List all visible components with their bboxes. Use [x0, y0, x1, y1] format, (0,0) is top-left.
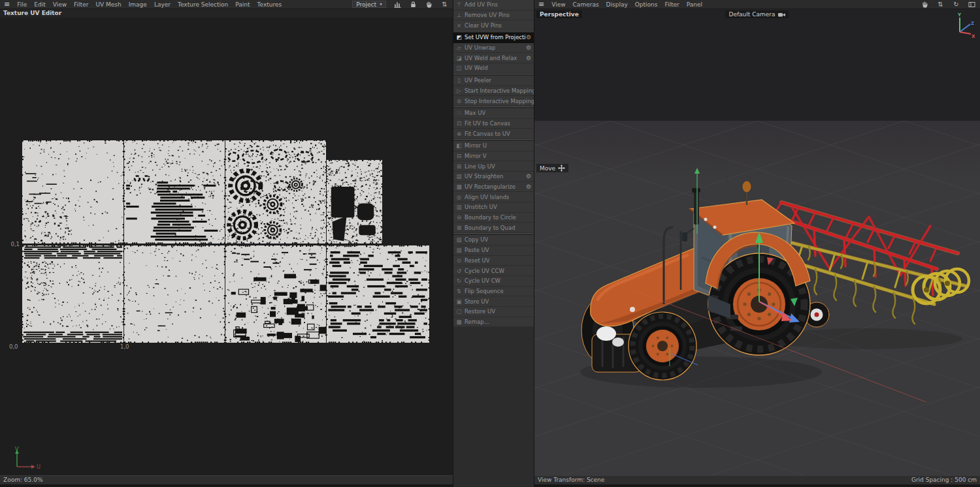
panel-title-tab[interactable]: Texture UV Editor	[0, 9, 453, 18]
uv-menu-item-stop-interactive-mapping[interactable]: ⊘Stop Interactive Mapping	[453, 96, 534, 106]
uv-menu-item-mirror-v[interactable]: ⊟Mirror V	[453, 151, 534, 162]
uv-menu-item-uv-straighten[interactable]: ▤UV Straighten⚙	[453, 172, 534, 182]
menu-texture-selection[interactable]: Texture Selection	[178, 1, 228, 8]
project-dropdown-label: Project	[356, 1, 376, 8]
updown-arrows-icon[interactable]: ⇅	[440, 1, 449, 8]
uv-menu-item-boundary-to-quad[interactable]: ⊠Boundary to Quad	[453, 223, 534, 233]
boundary-quad-icon: ⊠	[453, 225, 465, 231]
uv-menu-item-restore-uv[interactable]: ▢Restore UV	[453, 307, 534, 317]
uv-menu-item-add-uv-pins[interactable]: ⊤Add UV Pins	[453, 0, 534, 10]
perspective-viewport[interactable]: Perspective Default Camera Move Y Z X	[534, 9, 980, 475]
menu-file[interactable]: File	[17, 1, 27, 8]
uv-menu-item-uv-rectangularize[interactable]: ▦UV Rectangularize⚙	[453, 182, 534, 193]
uv-menu-item-align-uv-islands[interactable]: ◎Align UV Islands	[453, 192, 534, 202]
viewport-menu-panel[interactable]: Panel	[687, 1, 702, 8]
store-icon: ▣	[453, 298, 465, 305]
uv-menu-item-mirror-u[interactable]: ◧Mirror U	[453, 141, 534, 151]
gear-icon[interactable]: ⚙	[526, 183, 534, 190]
uv-menu-item-fit-uv-to-canvas[interactable]: ⊡Fit UV to Canvas	[453, 119, 534, 129]
menu-image[interactable]: Image	[129, 1, 147, 8]
uv-command-list: ⊤Add UV Pins⊥Remove UV Pins×Clear UV Pin…	[453, 0, 534, 327]
uv-menu-item-boundary-to-circle[interactable]: ⊖Boundary to Circle	[453, 213, 534, 223]
uv-menu-item-set-uvw-from-projection[interactable]: ◩Set UVW from Projection⚙	[453, 33, 534, 43]
uv-menu-item-unstitch-uv[interactable]: ▥Unstitch UV	[453, 202, 534, 213]
uv-menu-item-uv-weld-and-relax[interactable]: ◪UV Weld and Relax⚙	[453, 53, 534, 63]
rectangularize-icon: ▦	[453, 183, 465, 190]
uv-menu-item-uv-unwrap[interactable]: ▱UV Unwrap⚙	[453, 43, 534, 54]
axis-gizmo[interactable]: Y Z X	[953, 12, 976, 40]
uv-menu-item-line-up-uv[interactable]: ⊞Line Up UV	[453, 161, 534, 172]
uv-menu-item-label: Add UV Pins	[465, 1, 498, 8]
gear-icon[interactable]: ⚙	[526, 34, 534, 40]
hand-pan-icon[interactable]	[921, 1, 929, 8]
hamburger-menu-icon[interactable]: ≡	[538, 1, 544, 8]
menu-edit[interactable]: Edit	[34, 1, 45, 8]
view-mode-text: Perspective	[540, 11, 579, 18]
uv-menu-item-label: Remove UV Pins	[465, 12, 510, 18]
uv-menu-item-reset-uv[interactable]: ⊙Reset UV	[453, 256, 534, 266]
align-islands-icon: ◎	[453, 194, 465, 200]
view-transform-status: View Transform: Scene	[538, 477, 604, 483]
menu-paint[interactable]: Paint	[235, 1, 250, 8]
viewport-menu-view[interactable]: View	[551, 1, 565, 8]
uv-menu-item-start-interactive-mapping[interactable]: ▷Start Interactive Mapping	[453, 86, 534, 97]
menu-textures[interactable]: Textures	[257, 1, 282, 8]
copy-icon: ▧	[453, 236, 465, 243]
menu-uv-mesh[interactable]: UV Mesh	[95, 1, 121, 8]
menu-layer[interactable]: Layer	[154, 1, 171, 8]
uv-menu-item-paste-uv[interactable]: ▨Paste UV	[453, 245, 534, 256]
uv-menu-item-fit-canvas-to-uv[interactable]: ⊕Fit Canvas to UV	[453, 129, 534, 139]
stop-icon: ⊘	[453, 98, 465, 104]
uv-menu-item-label: Remap...	[465, 319, 489, 325]
uv-editor-menubar: ≡ FileEditViewFilterUV MeshImageLayerTex…	[0, 0, 453, 9]
menu-filter[interactable]: Filter	[74, 1, 88, 8]
uv-menu-item-flip-sequence[interactable]: ⇅Flip Sequence	[453, 287, 534, 297]
uv-menu-item-clear-uv-pins[interactable]: ×Clear UV Pins	[453, 20, 534, 31]
viewport-menu-cameras[interactable]: Cameras	[573, 1, 599, 8]
viewport-panel: ≡ ViewCamerasDisplayOptionsFilterPanel ⇅…	[534, 0, 980, 487]
uv-menu-item-max-uv[interactable]: ∷Max UV	[453, 108, 534, 119]
viewport-menu-options[interactable]: Options	[635, 1, 658, 8]
uv-tile	[327, 160, 382, 244]
uv-menu-item-label: Mirror V	[465, 153, 487, 159]
hand-pan-icon[interactable]	[425, 1, 433, 8]
uv-menu-item-remap[interactable]: ▩Remap...	[453, 317, 534, 328]
viewport-statusbar: View Transform: Scene Grid Spacing : 500…	[534, 475, 980, 487]
camera-selector[interactable]: Default Camera	[725, 10, 789, 18]
lock-icon[interactable]	[409, 1, 417, 8]
uv-menu-item-store-uv[interactable]: ▣Store UV	[453, 296, 534, 307]
uv-menu-item-uv-peeler[interactable]: ▯UV Peeler	[453, 76, 534, 86]
viewport-menu-filter[interactable]: Filter	[665, 1, 679, 8]
move-tool-icon	[558, 165, 565, 172]
mirror-u-icon: ◧	[453, 142, 465, 149]
uv-menu-item-copy-uv[interactable]: ▧Copy UV	[453, 235, 534, 245]
reset-icon: ⊙	[453, 257, 465, 264]
uv-menu-item-remove-uv-pins[interactable]: ⊥Remove UV Pins	[453, 10, 534, 21]
project-dropdown[interactable]: Project ▾	[352, 1, 386, 8]
uv-menu-item-cycle-uv-cw[interactable]: ↻Cycle UV CW	[453, 276, 534, 287]
menu-view[interactable]: View	[53, 1, 67, 8]
axis-u-label: U	[37, 464, 41, 470]
uv-menu-item-cycle-uv-ccw[interactable]: ↺Cycle UV CCW	[453, 266, 534, 276]
uv-menu-item-uv-weld[interactable]: ◫UV Weld	[453, 63, 534, 74]
updown-arrows-icon[interactable]: ⇅	[936, 1, 945, 8]
gear-icon[interactable]: ⚙	[526, 173, 534, 180]
panel-layout-icon[interactable]	[968, 1, 976, 8]
uv-menu-item-label: Paste UV	[465, 247, 489, 253]
active-tool-name: Move	[540, 165, 555, 172]
uv-tile	[225, 245, 326, 343]
uv-menu-item-label: UV Rectangularize	[465, 183, 515, 190]
viewport-menu-display[interactable]: Display	[606, 1, 628, 8]
hamburger-menu-icon[interactable]: ≡	[4, 1, 10, 8]
camera-icon	[778, 12, 786, 18]
uv-tile	[124, 245, 225, 343]
uv-menu-item-label: Align UV Islands	[465, 194, 509, 200]
gear-icon[interactable]: ⚙	[526, 55, 534, 61]
clear-pins-icon: ×	[453, 22, 465, 29]
uv-menu-item-label: Fit Canvas to UV	[465, 131, 510, 137]
gear-icon[interactable]: ⚙	[526, 44, 534, 51]
uv-canvas[interactable]: 0,1 0,0 1,0 V U	[0, 18, 453, 475]
pin-add-icon: ⊤	[453, 1, 465, 8]
histogram-icon[interactable]	[393, 1, 402, 8]
rotate-view-icon[interactable]: ↻	[952, 1, 960, 8]
